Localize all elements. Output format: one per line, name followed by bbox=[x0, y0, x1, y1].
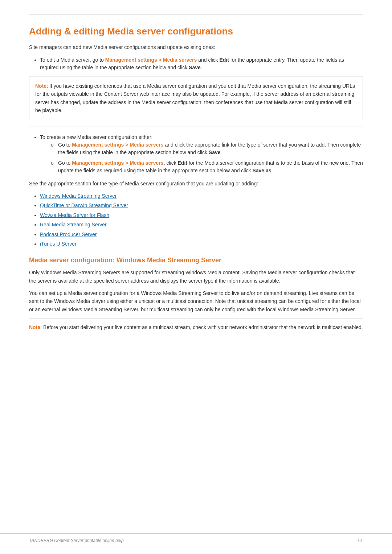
circle-2-after1: , click bbox=[164, 160, 178, 166]
edit-bullet-text-after: and click bbox=[197, 57, 219, 63]
footer-left: TANDBERG Content Server printable online… bbox=[29, 538, 124, 543]
circle-1-end: . bbox=[221, 149, 222, 155]
edit-bullet-text-before: To edit a Media server, go to bbox=[40, 57, 105, 63]
circle-1-before: Go to bbox=[58, 142, 72, 148]
top-rule bbox=[29, 15, 363, 15]
link-real[interactable]: Real Media Streaming Server bbox=[40, 222, 107, 227]
intro-text: Site managers can add new Media server c… bbox=[29, 44, 363, 51]
page-container: Adding & editing Media server configurat… bbox=[0, 0, 392, 370]
footer-page-number: 61 bbox=[358, 538, 363, 543]
note-text-1: : If you have existing conferences that … bbox=[35, 83, 355, 113]
list-item-windows: Windows Media Streaming Server bbox=[40, 192, 363, 200]
circle-item-1: Go to Management settings > Media server… bbox=[51, 141, 363, 156]
create-bullet-intro: To create a new Media server configurati… bbox=[40, 134, 153, 140]
circle-2-before: Go to bbox=[58, 160, 72, 166]
divider-1 bbox=[29, 127, 363, 127]
create-bullet-item: To create a new Media server configurati… bbox=[40, 134, 363, 175]
windows-para-2: You can set up a Media server configurat… bbox=[29, 289, 363, 313]
note-text-2: : Before you start delivering your live … bbox=[40, 324, 363, 330]
circle-2-end: . bbox=[271, 168, 273, 173]
list-item-wowza: Wowza Media Server for Flash bbox=[40, 211, 363, 219]
see-text: See the appropriate section for the type… bbox=[29, 180, 363, 188]
save-bold-2: Save bbox=[209, 149, 221, 155]
management-link-1: Management settings > Media servers bbox=[105, 57, 197, 63]
note-box-1: Note: If you have existing conferences t… bbox=[29, 77, 363, 120]
page-footer: TANDBERG Content Server printable online… bbox=[0, 533, 392, 543]
edit-bold: Edit bbox=[220, 57, 229, 63]
list-item-quicktime: QuickTime or Darwin Streaming Server bbox=[40, 201, 363, 209]
edit-bullet-item: To edit a Media server, go to Management… bbox=[40, 56, 363, 71]
section-title-windows: Media server configuration: Windows Medi… bbox=[29, 257, 363, 264]
link-itunes[interactable]: iTunes U Server bbox=[40, 241, 77, 247]
link-wowza[interactable]: Wowza Media Server for Flash bbox=[40, 212, 109, 218]
edit-bold-2: Edit bbox=[178, 160, 187, 166]
note-label-1: Note bbox=[35, 83, 46, 89]
page-title: Adding & editing Media server configurat… bbox=[29, 26, 363, 37]
second-bullet-list: To create a new Media server configurati… bbox=[40, 134, 363, 175]
list-item-itunes: iTunes U Server bbox=[40, 240, 363, 248]
edit-bullet-end: . bbox=[201, 65, 202, 70]
list-item-real: Real Media Streaming Server bbox=[40, 221, 363, 229]
circle-sub-list: Go to Management settings > Media server… bbox=[51, 141, 363, 175]
saveas-bold: Save as bbox=[252, 168, 271, 173]
first-bullet-list: To edit a Media server, go to Management… bbox=[40, 56, 363, 71]
note-box-2: Note: Before you start delivering your l… bbox=[29, 319, 363, 336]
management-link-3: Management settings > Media servers bbox=[72, 160, 164, 166]
link-windows[interactable]: Windows Media Streaming Server bbox=[40, 193, 117, 199]
windows-para-1: Only Windows Media Streaming Servers are… bbox=[29, 268, 363, 285]
management-link-2: Management settings > Media servers bbox=[72, 142, 164, 148]
note-label-2: Note bbox=[29, 324, 40, 330]
circle-item-2: Go to Management settings > Media server… bbox=[51, 159, 363, 175]
link-podcast[interactable]: Podcast Producer Server bbox=[40, 231, 97, 237]
list-item-podcast: Podcast Producer Server bbox=[40, 230, 363, 238]
save-bold: Save bbox=[189, 65, 201, 70]
server-links-list: Windows Media Streaming Server QuickTime… bbox=[40, 192, 363, 248]
link-quicktime[interactable]: QuickTime or Darwin Streaming Server bbox=[40, 202, 128, 208]
